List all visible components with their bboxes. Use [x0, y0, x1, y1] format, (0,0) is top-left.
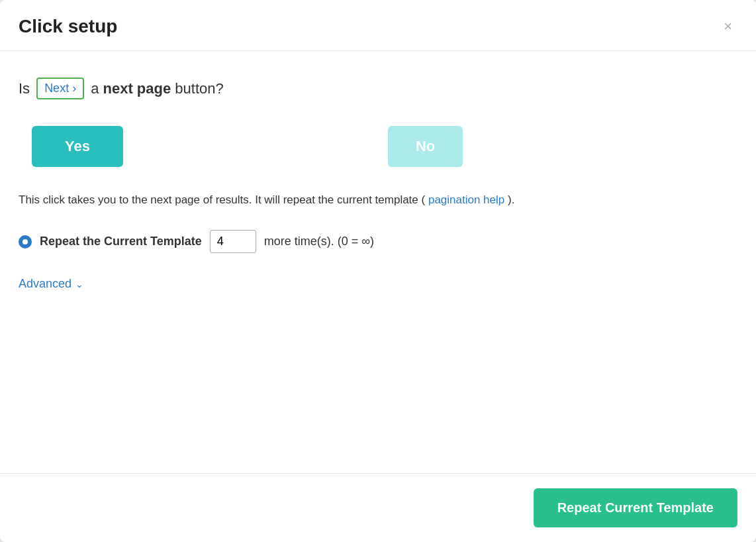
yes-no-buttons-row: Yes No: [19, 126, 737, 167]
repeat-suffix: more time(s). (0 = ∞): [264, 235, 374, 248]
advanced-chevron-icon: ⌄: [75, 279, 83, 290]
dialog-title: Click setup: [19, 16, 117, 37]
repeat-current-template-button[interactable]: Repeat Current Template: [534, 488, 737, 527]
dialog-body: Is Next › a next page button? Yes No Thi…: [0, 51, 756, 473]
repeat-option-row: Repeat the Current Template more time(s)…: [19, 230, 737, 253]
advanced-toggle[interactable]: Advanced: [19, 277, 71, 291]
advanced-section[interactable]: Advanced ⌄: [19, 277, 737, 291]
question-row: Is Next › a next page button?: [19, 78, 737, 99]
question-suffix-part1: a: [91, 80, 99, 97]
question-suffix-bold: next page: [103, 80, 171, 97]
click-setup-dialog: Click setup × Is Next › a next page butt…: [0, 0, 756, 542]
next-badge: Next ›: [36, 78, 84, 99]
repeat-label: Repeat the Current Template: [40, 235, 202, 248]
repeat-radio-button[interactable]: [19, 235, 32, 248]
question-suffix: a next page button?: [91, 80, 224, 97]
dialog-footer: Repeat Current Template: [0, 473, 756, 542]
question-suffix-part2: button?: [175, 80, 223, 97]
info-text: This click takes you to the next page of…: [19, 191, 737, 209]
info-text-part2: ).: [508, 193, 514, 206]
next-badge-text: Next ›: [44, 81, 76, 95]
radio-inner: [23, 239, 28, 244]
yes-button[interactable]: Yes: [32, 126, 123, 167]
pagination-help-link[interactable]: pagination help: [428, 193, 504, 206]
question-prefix: Is: [19, 80, 30, 97]
info-text-part1: This click takes you to the next page of…: [19, 193, 418, 206]
no-button[interactable]: No: [388, 126, 463, 167]
close-button[interactable]: ×: [718, 17, 737, 36]
info-text-paren: (: [422, 193, 426, 206]
dialog-header: Click setup ×: [0, 0, 756, 51]
repeat-count-input[interactable]: [210, 230, 256, 253]
